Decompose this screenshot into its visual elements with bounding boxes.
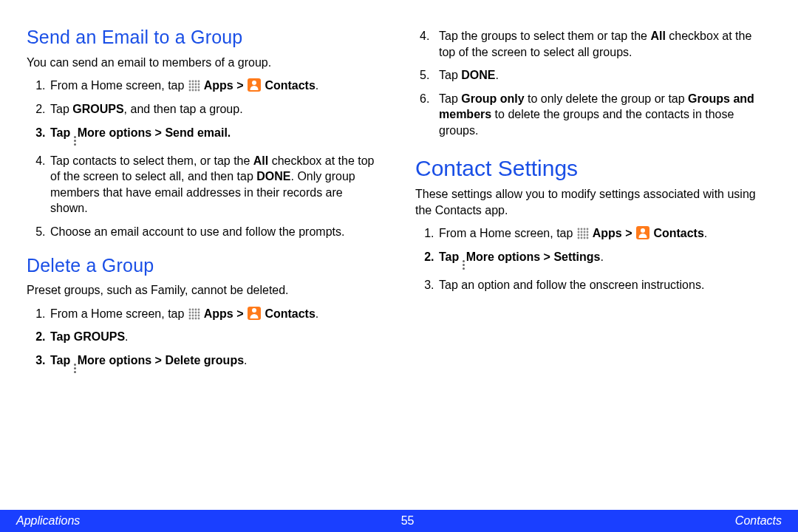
apps-icon bbox=[577, 228, 589, 239]
svg-point-45 bbox=[580, 237, 582, 239]
list-item: Tap the groups to select them or tap the… bbox=[437, 28, 771, 60]
footer-page-number: 55 bbox=[401, 513, 415, 529]
list-item: Tap More options > Settings. bbox=[437, 249, 771, 270]
contacts-label: Contacts bbox=[262, 79, 316, 92]
footer-right: Contacts bbox=[735, 513, 782, 529]
text: From a Home screen, tap bbox=[50, 307, 188, 320]
list-item: Tap GROUPS. bbox=[49, 329, 383, 345]
more-options-icon bbox=[74, 136, 76, 146]
list-item: Tap GROUPS, and then tap a group. bbox=[49, 101, 383, 117]
svg-point-2 bbox=[194, 81, 197, 83]
more-options-icon bbox=[463, 260, 465, 270]
contacts-label: Contacts bbox=[650, 227, 704, 239]
all-label: All bbox=[253, 154, 268, 167]
text: to only delete the group or tap bbox=[525, 92, 688, 105]
steps-contact-settings: From a Home screen, tap Apps > Contacts.… bbox=[415, 225, 771, 293]
page-body: Send an Email to a Group You can send an… bbox=[0, 0, 798, 502]
svg-point-46 bbox=[583, 237, 585, 239]
svg-point-39 bbox=[586, 231, 588, 233]
svg-point-21 bbox=[191, 311, 194, 313]
list-item: Tap More options > Delete groups. bbox=[49, 352, 383, 373]
intro-contact-settings: These settings allow you to modify setti… bbox=[415, 186, 771, 218]
text: Tap bbox=[50, 354, 74, 366]
steps-delete-group-continued: Tap the groups to select them or tap the… bbox=[415, 28, 771, 139]
list-item: Tap contacts to select them, or tap the … bbox=[49, 153, 383, 216]
contacts-label: Contacts bbox=[262, 307, 316, 320]
contacts-icon bbox=[636, 226, 649, 239]
apps-label: Apps > bbox=[201, 307, 247, 320]
svg-point-6 bbox=[194, 83, 197, 86]
text: Tap contacts to select them, or tap the bbox=[50, 154, 253, 167]
svg-point-47 bbox=[586, 237, 588, 239]
svg-point-31 bbox=[197, 317, 200, 319]
svg-point-12 bbox=[188, 89, 191, 92]
svg-point-35 bbox=[586, 228, 588, 231]
svg-point-9 bbox=[191, 86, 194, 89]
text: Tap bbox=[439, 92, 461, 105]
text: Tap bbox=[50, 330, 74, 343]
footer-left: Applications bbox=[16, 513, 80, 529]
group-only-label: Group only bbox=[461, 92, 524, 105]
list-item: From a Home screen, tap Apps > Contacts. bbox=[49, 306, 383, 322]
more-options-icon bbox=[74, 364, 76, 373]
intro-send-email: You can send an email to members of a gr… bbox=[27, 55, 383, 71]
svg-point-29 bbox=[191, 317, 194, 319]
svg-point-42 bbox=[583, 234, 585, 236]
svg-point-40 bbox=[577, 234, 579, 236]
svg-point-17 bbox=[191, 308, 194, 310]
list-item: Tap DONE. bbox=[437, 67, 771, 83]
text: , and then tap a group. bbox=[124, 103, 243, 115]
svg-point-14 bbox=[194, 89, 197, 92]
svg-point-44 bbox=[577, 237, 579, 239]
svg-point-10 bbox=[194, 86, 197, 89]
svg-point-20 bbox=[188, 311, 191, 313]
more-options-label: More options > Delete groups bbox=[78, 354, 244, 366]
heading-contact-settings: Contact Settings bbox=[415, 154, 771, 184]
svg-point-8 bbox=[188, 86, 191, 89]
svg-point-43 bbox=[586, 234, 588, 236]
right-column: Tap the groups to select them or tap the… bbox=[415, 21, 771, 502]
contacts-icon bbox=[248, 307, 261, 320]
apps-icon bbox=[188, 308, 200, 320]
svg-point-1 bbox=[191, 81, 194, 83]
svg-point-28 bbox=[188, 317, 191, 319]
contacts-icon bbox=[248, 78, 261, 92]
text: . bbox=[601, 250, 604, 263]
svg-point-22 bbox=[194, 311, 197, 313]
list-item: Tap More options > Send email. bbox=[49, 125, 383, 146]
svg-point-18 bbox=[194, 308, 197, 310]
svg-point-16 bbox=[188, 308, 191, 310]
text: . bbox=[244, 354, 247, 366]
apps-label: Apps > bbox=[201, 79, 247, 92]
text: From a Home screen, tap bbox=[439, 227, 576, 239]
svg-point-11 bbox=[197, 86, 200, 89]
svg-point-41 bbox=[580, 234, 582, 236]
svg-point-37 bbox=[580, 231, 582, 233]
list-item: Tap Group only to only delete the group … bbox=[437, 91, 771, 139]
text: Tap the groups to select them or tap the bbox=[439, 30, 650, 42]
text: Tap bbox=[439, 69, 461, 81]
svg-point-23 bbox=[197, 311, 200, 313]
list-item: From a Home screen, tap Apps > Contacts. bbox=[437, 225, 771, 242]
apps-label: Apps > bbox=[590, 227, 635, 239]
steps-send-email: From a Home screen, tap Apps > Contacts.… bbox=[27, 78, 383, 239]
svg-point-5 bbox=[191, 83, 194, 86]
more-options-label: More options > Settings bbox=[466, 250, 601, 263]
svg-point-38 bbox=[583, 231, 585, 233]
svg-point-27 bbox=[197, 314, 200, 316]
svg-point-24 bbox=[188, 314, 191, 316]
svg-point-7 bbox=[197, 83, 200, 86]
left-column: Send an Email to a Group You can send an… bbox=[27, 21, 383, 502]
svg-point-15 bbox=[197, 89, 200, 92]
intro-delete-group: Preset groups, such as Family, cannot be… bbox=[27, 282, 383, 299]
more-options-label: More options > Send email bbox=[78, 126, 228, 139]
svg-point-33 bbox=[580, 228, 582, 231]
list-item: Tap an option and follow the onscreen in… bbox=[437, 277, 771, 293]
apps-icon bbox=[188, 80, 200, 92]
svg-point-4 bbox=[188, 83, 191, 86]
text: Tap bbox=[439, 250, 463, 263]
heading-send-email: Send an Email to a Group bbox=[27, 25, 383, 50]
all-label: All bbox=[650, 30, 665, 42]
svg-point-0 bbox=[188, 81, 191, 83]
svg-point-19 bbox=[197, 308, 200, 310]
